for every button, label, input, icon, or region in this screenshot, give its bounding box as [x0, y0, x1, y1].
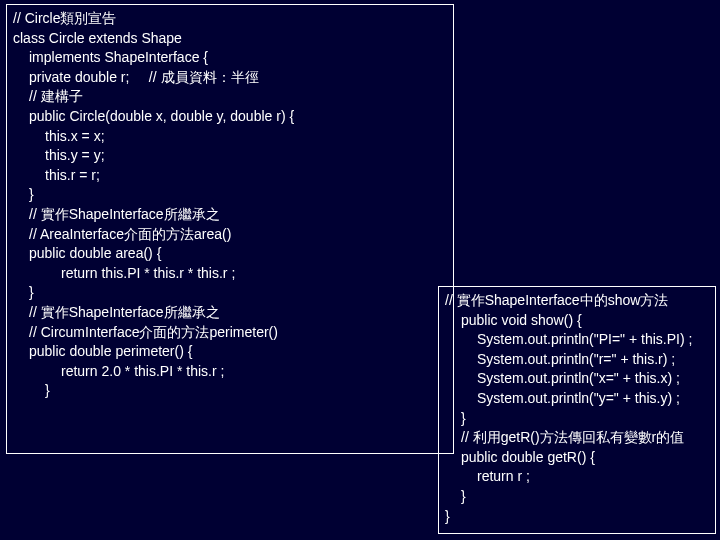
code-line: public double area() { — [13, 244, 447, 264]
code-line: implements ShapeInterface { — [13, 48, 447, 68]
code-line: // AreaInterface介面的方法area() — [13, 225, 447, 245]
code-box-left: // Circle類別宣告 class Circle extends Shape… — [6, 4, 454, 454]
code-line: } — [13, 185, 447, 205]
code-line: public double perimeter() { — [13, 342, 447, 362]
code-line: return this.PI * this.r * this.r ; — [13, 264, 447, 284]
code-line: class Circle extends Shape — [13, 29, 447, 49]
code-line: public Circle(double x, double y, double… — [13, 107, 447, 127]
code-line: } — [13, 283, 447, 303]
code-line: } — [445, 409, 709, 429]
code-line: private double r; // 成員資料：半徑 — [13, 68, 447, 88]
code-line: // 實作ShapeInterface所繼承之 — [13, 205, 447, 225]
code-box-right: // 實作ShapeInterface中的show方法 public void … — [438, 286, 716, 534]
code-line: return 2.0 * this.PI * this.r ; — [13, 362, 447, 382]
code-line: // Circle類別宣告 — [13, 9, 447, 29]
code-line: System.out.println("PI=" + this.PI) ; — [445, 330, 709, 350]
code-line: System.out.println("y=" + this.y) ; — [445, 389, 709, 409]
code-line: // CircumInterface介面的方法perimeter() — [13, 323, 447, 343]
code-line: this.x = x; — [13, 127, 447, 147]
code-line: } — [445, 487, 709, 507]
code-line: this.y = y; — [13, 146, 447, 166]
code-line: return r ; — [445, 467, 709, 487]
code-line: System.out.println("x=" + this.x) ; — [445, 369, 709, 389]
code-line: } — [13, 381, 447, 401]
code-line: // 實作ShapeInterface所繼承之 — [13, 303, 447, 323]
code-line: } — [445, 507, 709, 527]
code-line: // 建構子 — [13, 87, 447, 107]
code-line: public double getR() { — [445, 448, 709, 468]
code-line: this.r = r; — [13, 166, 447, 186]
code-line: // 利用getR()方法傳回私有變數r的值 — [445, 428, 709, 448]
code-line: // 實作ShapeInterface中的show方法 — [445, 291, 709, 311]
code-line: System.out.println("r=" + this.r) ; — [445, 350, 709, 370]
code-line: public void show() { — [445, 311, 709, 331]
